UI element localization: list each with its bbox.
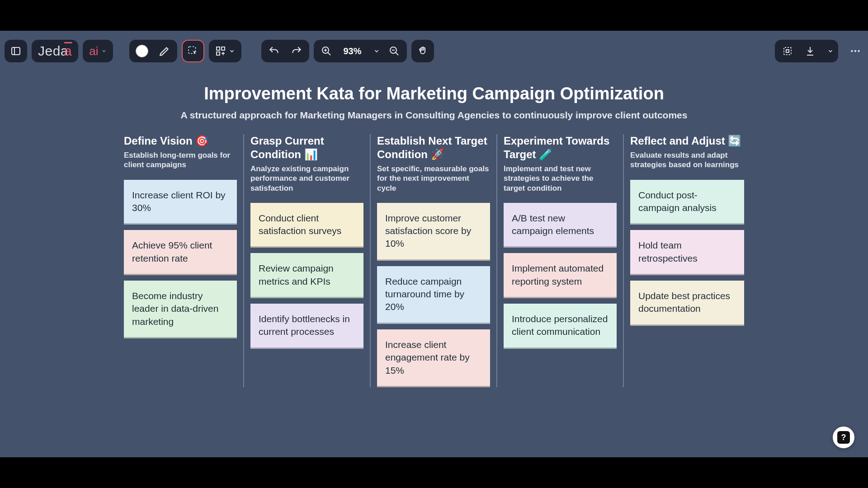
undo-button[interactable] — [266, 43, 282, 59]
card[interactable]: Conduct post-campaign analysis — [630, 180, 744, 225]
card[interactable]: Implement automated reporting system — [504, 253, 617, 298]
sidebar-toggle-button[interactable] — [5, 40, 27, 62]
board-column: Establish Next Target Condition 🚀Set spe… — [371, 134, 497, 387]
circle-icon — [136, 45, 148, 57]
more-menu-button[interactable] — [847, 43, 863, 59]
column-title[interactable]: Experiment Towards Target 🧪 — [504, 134, 617, 161]
column-description[interactable]: Establish long-term goals for client cam… — [124, 150, 237, 170]
column-title[interactable]: Grasp Current Condition 📊 — [250, 134, 363, 161]
frame-button[interactable] — [779, 43, 796, 59]
cards-container: Improve customer satisfaction score by 1… — [377, 203, 490, 387]
card[interactable]: Identify bottlenecks in current processe… — [250, 304, 363, 349]
card[interactable]: Introduce personalized client communicat… — [504, 304, 617, 349]
svg-line-9 — [328, 52, 330, 55]
zoom-level[interactable]: 93% — [344, 46, 362, 56]
svg-rect-4 — [222, 47, 225, 50]
card[interactable]: Increase client ROI by 30% — [124, 180, 237, 225]
svg-rect-15 — [784, 47, 791, 55]
history-group — [261, 40, 309, 62]
ai-label: ai — [89, 44, 98, 58]
svg-rect-3 — [217, 47, 220, 50]
board-title[interactable]: Improvement Kata for Marketing Campaign … — [0, 84, 868, 103]
column-description[interactable]: Analyze existing campaign performance an… — [250, 164, 363, 193]
zoom-out-button[interactable] — [386, 43, 402, 59]
board-column: Grasp Current Condition 📊Analyze existin… — [244, 134, 371, 387]
card[interactable]: Conduct client satisfaction surveys — [250, 203, 363, 248]
canvas[interactable]: Improvement Kata for Marketing Campaign … — [0, 76, 868, 457]
board-subtitle[interactable]: A structured approach for Marketing Mana… — [0, 110, 868, 121]
chevron-down-icon — [827, 48, 834, 54]
card[interactable]: Improve customer satisfaction score by 1… — [377, 203, 490, 261]
card[interactable]: A/B test new campaign elements — [504, 203, 617, 248]
column-description[interactable]: Implement and test new strategies to ach… — [504, 164, 617, 193]
logo-text: Jedaa — [38, 43, 72, 59]
zoom-in-button[interactable] — [318, 43, 335, 59]
ai-menu-button[interactable]: ai — [83, 40, 113, 62]
cards-container: Increase client ROI by 30%Achieve 95% cl… — [124, 180, 237, 338]
chevron-down-icon — [229, 48, 235, 54]
chevron-down-icon — [373, 48, 380, 54]
column-title[interactable]: Establish Next Target Condition 🚀 — [377, 134, 490, 161]
column-description[interactable]: Set specific, measurable goals for the n… — [377, 164, 490, 193]
svg-rect-16 — [786, 50, 789, 52]
svg-point-17 — [851, 50, 853, 52]
card[interactable]: Update best practices documentation — [630, 281, 744, 326]
card[interactable]: Hold team retrospectives — [630, 230, 744, 275]
select-tool-button[interactable] — [182, 40, 204, 62]
help-icon: ? — [837, 431, 850, 444]
download-button[interactable] — [802, 43, 818, 59]
zoom-group: 93% — [314, 40, 407, 62]
pan-tool-button[interactable] — [411, 40, 434, 62]
column-title[interactable]: Define Vision 🎯 — [124, 134, 237, 148]
draw-tool-group — [129, 40, 177, 62]
column-description[interactable]: Evaluate results and adapt strategies ba… — [630, 150, 744, 170]
board-column: Experiment Towards Target 🧪Implement and… — [497, 134, 624, 387]
export-group — [775, 40, 838, 62]
pen-tool-button[interactable] — [156, 43, 173, 59]
card[interactable]: Achieve 95% client retention rate — [124, 230, 237, 275]
cards-container: Conduct post-campaign analysisHold team … — [630, 180, 744, 326]
color-swatch-button[interactable] — [134, 43, 150, 59]
column-title[interactable]: Reflect and Adjust 🔄 — [630, 134, 744, 148]
card[interactable]: Reduce campaign turnaround time by 20% — [377, 266, 490, 324]
svg-line-13 — [396, 52, 398, 55]
top-toolbar: Jedaa ai — [5, 40, 863, 62]
cards-container: Conduct client satisfaction surveysRevie… — [250, 203, 363, 349]
svg-rect-5 — [217, 52, 220, 55]
card[interactable]: Become industry leader in data-driven ma… — [124, 281, 237, 338]
svg-point-18 — [854, 50, 856, 52]
card[interactable]: Review campaign metrics and KPIs — [250, 253, 363, 298]
card[interactable]: Increase client engagement rate by 15% — [377, 329, 490, 387]
help-button[interactable]: ? — [833, 427, 854, 448]
board-column: Reflect and Adjust 🔄Evaluate results and… — [624, 134, 750, 387]
redo-button[interactable] — [288, 43, 305, 59]
svg-rect-0 — [12, 47, 20, 55]
chevron-down-icon — [101, 48, 107, 54]
kanban-board: Define Vision 🎯Establish long-term goals… — [0, 134, 868, 387]
app-root: Jedaa ai — [0, 31, 868, 457]
cards-container: A/B test new campaign elementsImplement … — [504, 203, 617, 349]
board-column: Define Vision 🎯Establish long-term goals… — [118, 134, 244, 387]
svg-point-19 — [858, 50, 859, 52]
logo[interactable]: Jedaa — [32, 40, 78, 62]
shapes-menu-button[interactable] — [209, 40, 241, 62]
